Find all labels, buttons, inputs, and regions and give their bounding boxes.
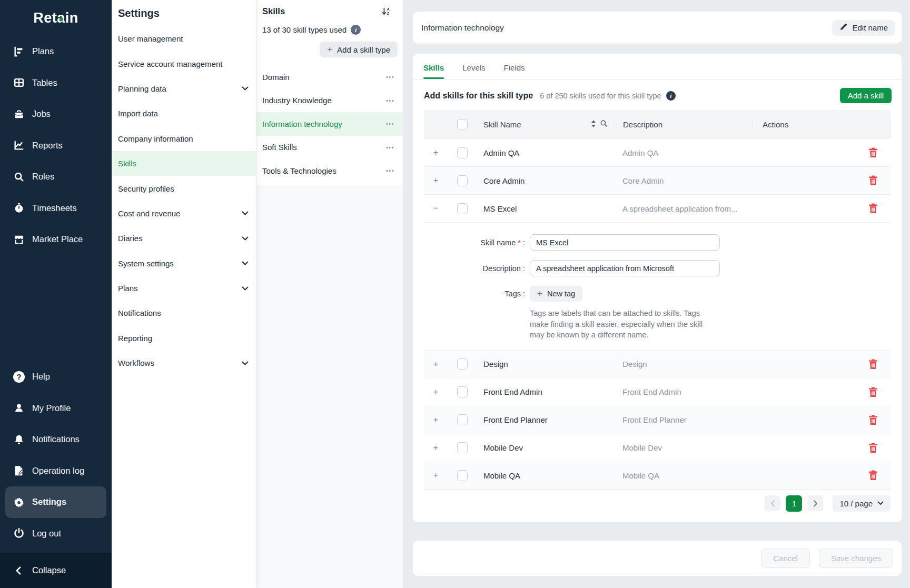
expand-row-icon[interactable]: +	[433, 443, 439, 453]
new-tag-button[interactable]: +New tag	[530, 286, 582, 302]
settings-item-label: Service account management	[118, 59, 222, 68]
power-icon	[13, 527, 25, 540]
collapse-row-icon[interactable]: −	[433, 203, 439, 214]
tab-fields[interactable]: Fields	[504, 63, 525, 79]
add-skill-type-button[interactable]: +Add a skill type	[320, 42, 398, 57]
delete-icon[interactable]	[868, 175, 878, 186]
sidebar-item-plans[interactable]: Plans	[0, 36, 112, 67]
settings-item-diaries[interactable]: Diaries	[112, 226, 256, 251]
sidebar-item-notifications[interactable]: Notifications	[0, 424, 112, 455]
cancel-button[interactable]: Cancel	[761, 549, 810, 568]
label-text: Skill name	[480, 238, 516, 247]
sidebar-item-jobs[interactable]: Jobs	[0, 98, 112, 130]
next-page-button[interactable]	[807, 495, 823, 511]
tags-help-text: Tags are labels that can be attached to …	[530, 308, 713, 341]
sidebar-item-reports[interactable]: Reports	[0, 130, 112, 162]
skill-type-information-technology[interactable]: Information technology•••	[256, 112, 403, 136]
sort-icon[interactable]	[591, 120, 596, 129]
row-checkbox[interactable]	[457, 358, 468, 370]
skill-type-industry-knowledge[interactable]: Industry Knowledge•••	[256, 89, 403, 113]
settings-item-security-profiles[interactable]: Security profiles	[112, 176, 256, 201]
column-tools	[591, 119, 608, 129]
sidebar-item-settings[interactable]: Settings	[5, 486, 106, 518]
description-input[interactable]	[530, 260, 720, 276]
select-all-checkbox[interactable]	[457, 119, 468, 130]
expand-row-icon[interactable]: +	[433, 415, 439, 425]
skill-type-label: Domain	[262, 73, 290, 82]
edit-name-button[interactable]: Edit name	[832, 20, 895, 36]
row-checkbox[interactable]	[457, 203, 468, 214]
row-checkbox[interactable]	[457, 414, 468, 425]
more-options-icon[interactable]: •••	[386, 74, 394, 80]
more-options-icon[interactable]: •••	[386, 97, 394, 104]
skill-type-tools-technologies[interactable]: Tools & Technologies•••	[256, 159, 403, 183]
skill-type-domain[interactable]: Domain•••	[256, 65, 403, 89]
skill-name: Design	[477, 360, 613, 368]
settings-item-import-data[interactable]: Import data	[112, 101, 256, 126]
sidebar-item-market-place[interactable]: Market Place	[0, 224, 112, 255]
sidebar-item-timesheets[interactable]: Timesheets	[0, 193, 112, 224]
profile-person-icon	[13, 402, 25, 414]
previous-page-button[interactable]	[765, 495, 780, 511]
row-checkbox[interactable]	[457, 442, 468, 453]
sidebar-collapse-button[interactable]: Collapse	[0, 553, 112, 588]
reports-chart-icon	[13, 139, 25, 152]
row-checkbox[interactable]	[457, 175, 468, 186]
settings-item-planning-data[interactable]: Planning data	[112, 76, 256, 101]
info-icon[interactable]: i	[351, 25, 361, 35]
row-checkbox[interactable]	[457, 470, 468, 481]
sidebar-item-label: Plans	[32, 46, 54, 56]
sort-az-icon[interactable]: AZ	[381, 7, 391, 16]
settings-item-skills[interactable]: Skills	[112, 151, 256, 176]
sidebar: Retain Plans Tables Jobs Reports Roles	[0, 0, 112, 588]
skill-type-header-card: Information technology Edit name	[413, 12, 902, 44]
settings-item-service-account-management[interactable]: Service account management	[112, 51, 256, 76]
expand-row-icon[interactable]: +	[433, 387, 439, 397]
expand-row-icon[interactable]: +	[433, 175, 439, 186]
more-options-icon[interactable]: •••	[386, 167, 394, 174]
save-changes-button[interactable]: Save changes	[819, 549, 893, 568]
delete-icon[interactable]	[868, 443, 878, 453]
expand-row-icon[interactable]: +	[433, 147, 439, 158]
delete-icon[interactable]	[868, 359, 878, 370]
delete-icon[interactable]	[868, 387, 878, 397]
add-a-skill-button[interactable]: Add a skill	[840, 88, 892, 103]
sidebar-item-log-out[interactable]: Log out	[0, 518, 112, 550]
delete-icon[interactable]	[868, 470, 878, 481]
settings-item-reporting[interactable]: Reporting	[112, 326, 256, 351]
skill-name-input[interactable]	[530, 234, 720, 251]
settings-item-label: Plans	[118, 284, 138, 293]
sidebar-item-tables[interactable]: Tables	[0, 67, 112, 99]
search-icon[interactable]	[600, 119, 608, 129]
sidebar-item-my-profile[interactable]: My Profile	[0, 393, 112, 424]
settings-item-user-management[interactable]: User management	[112, 26, 256, 51]
expand-row-icon[interactable]: +	[433, 470, 439, 481]
info-icon[interactable]: i	[666, 91, 676, 101]
settings-item-plans[interactable]: Plans	[112, 276, 256, 301]
tab-levels[interactable]: Levels	[462, 63, 485, 79]
settings-item-cost-and-revenue[interactable]: Cost and revenue	[112, 201, 256, 226]
page-number-1[interactable]: 1	[786, 495, 802, 512]
row-checkbox[interactable]	[457, 147, 468, 158]
sidebar-item-help[interactable]: ? Help	[0, 361, 112, 393]
settings-item-notifications[interactable]: Notifications	[112, 301, 256, 325]
settings-item-label: Company information	[118, 134, 193, 143]
sidebar-item-operation-log[interactable]: Operation log	[0, 455, 112, 487]
tab-skills[interactable]: Skills	[423, 63, 444, 79]
row-actions	[753, 147, 891, 158]
more-options-icon[interactable]: •••	[386, 121, 394, 127]
page-size-select[interactable]: 10 / page	[833, 495, 891, 512]
settings-item-system-settings[interactable]: System settings	[112, 251, 256, 276]
row-checkbox[interactable]	[457, 386, 468, 397]
sidebar-item-roles[interactable]: Roles	[0, 161, 112, 193]
skill-type-soft-skills[interactable]: Soft Skills•••	[256, 136, 403, 160]
more-options-icon[interactable]: •••	[386, 144, 394, 151]
delete-icon[interactable]	[868, 415, 878, 425]
settings-item-workflows[interactable]: Workflows	[112, 351, 256, 375]
settings-item-company-information[interactable]: Company information	[112, 126, 256, 151]
delete-icon[interactable]	[868, 203, 878, 214]
collapse-label: Collapse	[32, 565, 66, 575]
delete-icon[interactable]	[868, 147, 878, 158]
row-actions	[753, 415, 891, 425]
expand-row-icon[interactable]: +	[433, 359, 439, 370]
